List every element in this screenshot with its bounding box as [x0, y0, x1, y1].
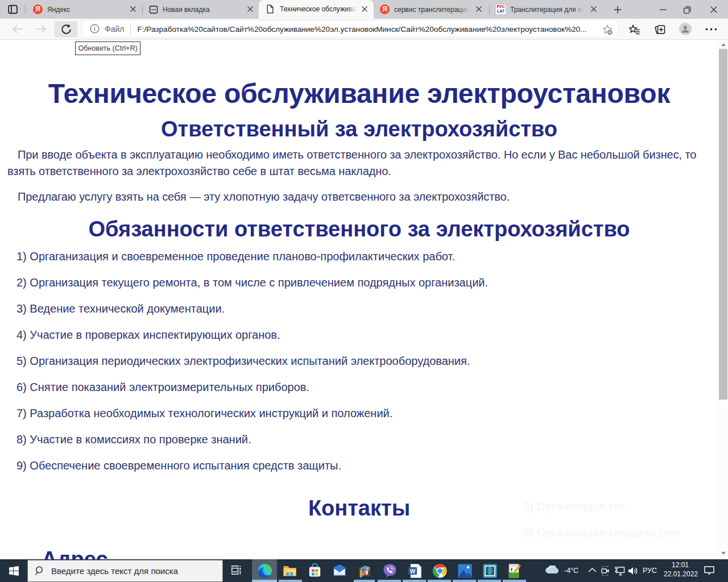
svg-text:W: W	[410, 567, 415, 574]
